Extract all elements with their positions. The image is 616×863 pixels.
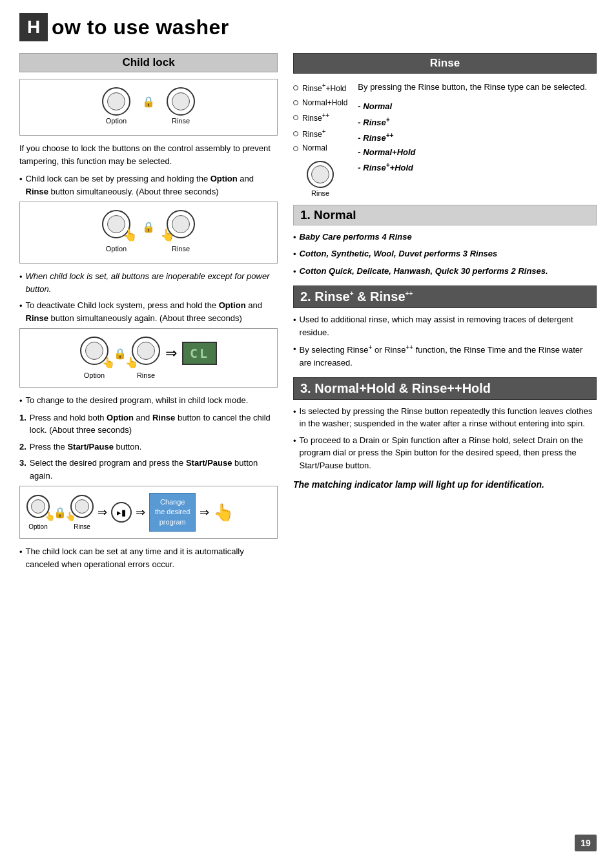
prog-arrow-1: ⇒ (98, 505, 107, 519)
section1-header: 1. Normal (293, 205, 597, 225)
s2-text-2: By selecting Rinse+ or Rinse++ function,… (300, 342, 597, 369)
indicator-label-2: Normal+Hold (302, 96, 347, 110)
indicator-dot-1 (293, 85, 298, 90)
prog-option-group: 👆 Option (26, 495, 50, 530)
footer-italic-text: The matching indicator lamp will light u… (293, 479, 597, 490)
bullet-2-text: When child lock is set, all buttons are … (26, 270, 278, 295)
option-label-1: Option (106, 117, 127, 125)
rinse-label-3: Rinse (137, 371, 155, 379)
prog-finger-2: 👆 (65, 512, 76, 521)
prog-arrow-2: ⇒ (136, 505, 145, 519)
s1-text-2: Cotton, Synthetic, Wool, Duvet performs … (300, 247, 498, 260)
indicator-item-3: Rinse++ (293, 110, 347, 126)
rinse-header: Rinse (293, 53, 597, 74)
finger-icon-right: 👆 (160, 228, 174, 242)
rinse-dial-group-1: Rinse (167, 87, 195, 125)
rinse-label-2: Rinse (172, 245, 190, 253)
page-number: 19 (575, 835, 597, 851)
num-3: 3. (19, 457, 26, 470)
option-dial-inner-3 (85, 342, 103, 360)
s3-dot-2: • (293, 435, 296, 448)
bullet-4: • To change to the desired program, whil… (19, 394, 278, 408)
rinse-button-group: Rinse (293, 161, 347, 197)
right-column: Rinse Rinse++Hold Normal+Hold (293, 53, 597, 574)
num-1: 1. (19, 411, 26, 424)
indicator-label-4: Rinse+ (302, 126, 326, 142)
program-change-diagram: 👆 Option 🔒 👆 Rinse ⇒ ▸▮ ⇒ (19, 486, 278, 539)
prog-arrow-3: ⇒ (200, 505, 209, 519)
bullet-dot-3: • (19, 300, 23, 313)
indicator-item-5: Normal (293, 141, 347, 156)
s1-text-1: Baby Care performs 4 Rinse (300, 231, 412, 244)
option-dial-group-3: 👆 Option (80, 337, 108, 379)
rinse-option-plusplus: - Rinse++ (358, 130, 587, 145)
prog-option-label: Option (28, 523, 47, 530)
rinse-dial-inner-2 (172, 215, 190, 233)
left-column: Child lock Option 🔒 Rinse (19, 53, 278, 574)
option-dial-group-1: Option (102, 87, 130, 125)
bullet-4-text: To change to the desired program, whilst… (26, 394, 249, 407)
indicator-item-4: Rinse+ (293, 126, 347, 142)
bullet-5: • The child lock can be set at any time … (19, 545, 278, 570)
rinse-indicator-list: Rinse++Hold Normal+Hold Rinse++ Rin (293, 80, 347, 156)
rinse-option-plushold: - Rinse++Hold (358, 160, 587, 175)
s1-dot-2: • (293, 248, 296, 261)
section3-header: 3. Normal+Hold & Rinse++Hold (293, 377, 597, 400)
num-3-text: Select the desired program and press the… (30, 457, 278, 482)
rinse-dial-inner-3 (137, 342, 155, 360)
indicator-label-1: Rinse++Hold (302, 80, 346, 96)
option-label-2: Option (106, 245, 127, 253)
lock-icon-2: 🔒 (142, 221, 155, 233)
prog-finger-final: 👆 (213, 503, 234, 523)
rinse-button-inner (311, 165, 329, 183)
indicator-dot-3 (293, 115, 298, 120)
bullet-1-text: Child lock can be set by pressing and ho… (26, 172, 278, 198)
prog-rinse-label: Rinse (74, 523, 90, 530)
prog-finger-1: 👆 (45, 512, 55, 521)
indicator-item-1: Rinse++Hold (293, 80, 347, 96)
rinse-description: By pressing the Rinse button, the Rinse … (358, 80, 587, 94)
s1-text-3: Cotton Quick, Delicate, Hanwash, Quick 3… (300, 265, 548, 278)
indicator-label-3: Rinse++ (302, 110, 329, 126)
finger-icon-3a: 👆 (102, 357, 115, 369)
finger-icon-left: 👆 (123, 228, 137, 242)
num-1-text: Press and hold both Option and Rinse but… (30, 411, 278, 437)
s2-text-1: Used to additional rinse, which may assi… (300, 313, 597, 338)
indicator-dot-2 (293, 100, 298, 105)
bullet-dot-4: • (19, 395, 23, 408)
s1-bullet-2: • Cotton, Synthetic, Wool, Duvet perform… (293, 247, 597, 261)
indicator-dot-5 (293, 146, 298, 151)
rinse-option-plus: - Rinse+ (358, 114, 587, 129)
option-label-3: Option (84, 371, 105, 379)
rinse-button-label: Rinse (311, 189, 329, 197)
prog-rinse-inner (75, 499, 89, 514)
page: H ow to use washer Child lock Option 🔒 (0, 0, 616, 863)
s1-dot-1: • (293, 231, 296, 244)
rinse-dial-group-2: 👆 Rinse (167, 210, 195, 253)
prog-change-text: Changethe desiredprogram (149, 493, 196, 532)
lock-icon-1: 🔒 (142, 96, 155, 108)
rinse-option-hold: - Normal+Hold (358, 145, 587, 160)
bullet-dot-1: • (19, 173, 23, 186)
bullet-3-text: To deactivate Child lock system, press a… (26, 299, 278, 324)
prog-play-btn: ▸▮ (111, 502, 132, 523)
rinse-label-1: Rinse (172, 117, 190, 125)
child-lock-diagram-1: Option 🔒 Rinse (19, 79, 278, 136)
numbered-item-1: 1. Press and hold both Option and Rinse … (19, 411, 278, 437)
s3-dot-1: • (293, 406, 296, 419)
s2-dot-2: • (293, 343, 296, 356)
s3-text-2: To proceed to a Drain or Spin function a… (300, 434, 597, 472)
s3-bullet-1: • Is selected by pressing the Rinse butt… (293, 405, 597, 430)
rinse-indicator-block: Rinse++Hold Normal+Hold Rinse++ Rin (293, 80, 347, 197)
prog-rinse-group: 👆 Rinse (70, 495, 94, 530)
rinse-diagram: Rinse++Hold Normal+Hold Rinse++ Rin (293, 80, 597, 197)
numbered-item-2: 2. Press the Start/Pause button. (19, 441, 278, 453)
main-columns: Child lock Option 🔒 Rinse (19, 53, 597, 574)
child-lock-header: Child lock (19, 53, 278, 72)
rinse-description-block: By pressing the Rinse button, the Rinse … (358, 80, 587, 197)
option-dial-1 (102, 87, 130, 116)
prog-option-inner (31, 499, 45, 514)
arrow-icon-1: ⇒ (165, 345, 177, 362)
page-header: H ow to use washer (19, 13, 597, 41)
option-dial-inner-1 (107, 92, 125, 110)
